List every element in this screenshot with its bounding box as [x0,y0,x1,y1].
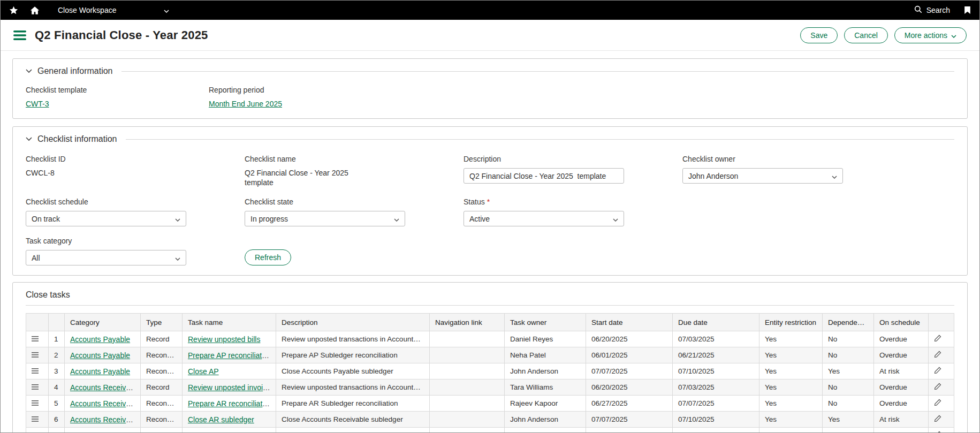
task-name-link[interactable]: Prepare AP reconciliation [188,351,272,360]
topbar-right: Search [914,5,971,15]
column-header-description: Description [276,314,430,331]
search-button[interactable]: Search [914,5,950,15]
task-category-label: Task category [26,237,186,245]
edit-icon[interactable] [934,335,941,342]
chevron-down-icon [175,215,180,223]
type-cell: Record [141,379,183,396]
description-input[interactable] [464,168,624,184]
category-link[interactable]: Accounts Payable [70,367,130,376]
checklist-state-label: Checklist state [245,197,405,206]
drag-handle-icon[interactable] [32,416,39,422]
checklist-state-value: In progress [250,215,288,223]
column-header-category: Category [65,314,141,331]
save-button[interactable]: Save [800,27,838,43]
edit-icon[interactable] [934,415,941,422]
type-cell: Reconcile [141,347,183,363]
column-header-on-schedule: On schedule [874,314,929,331]
checklist-id-label: Checklist ID [26,155,186,163]
more-actions-button[interactable]: More actions [894,27,967,43]
task-owner-cell: Tara Williams [505,379,586,396]
drag-handle-icon[interactable] [32,352,39,358]
checklist-name-value: Q2 Financial Close - Year 2025 template [245,168,373,187]
home-icon[interactable] [30,6,40,15]
start-date-cell: 06/01/2025 [586,347,673,363]
task-name-link[interactable]: Reconcile Bank Accounts [188,431,272,433]
chevron-down-icon [613,215,618,223]
table-row: 6 Accounts Receivable Reconcile Close AR… [26,412,954,428]
checklist-owner-select[interactable]: John Anderson [682,168,843,184]
cancel-button[interactable]: Cancel [844,27,888,43]
column-header-task-owner: Task owner [505,314,586,331]
description-cell: Prepare AR Subledger reconciliation [276,396,430,412]
page: Close Workspace Search Q2 Financial Clos… [0,0,980,433]
reporting-period-link[interactable]: Month End June 2025 [209,100,282,108]
checklist-schedule-select[interactable]: On track [26,211,186,226]
edit-icon[interactable] [934,367,941,374]
edit-icon[interactable] [934,431,941,433]
workspace-selector[interactable]: Close Workspace [58,6,169,14]
dependency-cell: Yes [823,363,874,379]
category-link[interactable]: Accounts Payable [70,351,130,360]
required-asterisk: * [487,197,490,206]
general-information-section: General information Checklist template C… [12,58,968,119]
header-actions: Save Cancel More actions [800,27,967,43]
on-schedule-cell: Overdue [874,396,929,412]
category-link[interactable]: Accounts Payable [70,335,130,344]
edit-icon[interactable] [934,399,941,406]
collapse-chevron-icon[interactable] [26,69,32,73]
checklist-template-link[interactable]: CWT-3 [26,100,49,108]
table-row: 3 Accounts Payable Reconcile Close AP Cl… [26,363,954,379]
checklist-owner-label: Checklist owner [682,155,843,163]
edit-icon[interactable] [934,383,941,390]
general-information-fields: Checklist template CWT-3 Reporting perio… [26,86,954,109]
category-link[interactable]: Accounts Receivable [70,399,140,408]
dependency-cell: No [823,396,874,412]
bookmark-icon[interactable] [964,6,971,14]
task-name-link[interactable]: Prepare AR reconciliation [188,399,272,408]
task-name-link[interactable]: Close AR subledger [188,415,254,424]
due-date-cell: 07/07/2025 [673,396,759,412]
description-cell: Review unposted transactions in Accounts… [276,331,430,347]
on-schedule-cell: Overdue [874,428,929,433]
drag-handle-icon[interactable] [32,336,39,341]
table-row: 7 Cash Management Reconcile Reconcile Ba… [26,428,954,433]
category-link[interactable]: Accounts Receivable [70,383,140,392]
topbar: Close Workspace Search [1,1,979,20]
close-tasks-header: Close tasks [26,290,954,306]
description-cell: Close Accounts Receivable subledger [276,412,430,428]
category-link[interactable]: Accounts Receivable [70,415,140,424]
entity-restriction-cell: Yes [759,331,823,347]
list-icon[interactable] [13,31,26,40]
dependency-cell: Yes [823,412,874,428]
field-status: Status* Active [464,197,624,226]
category-link[interactable]: Cash Management [70,431,133,433]
refresh-button[interactable]: Refresh [245,249,291,265]
favorites-star-icon[interactable] [9,6,18,15]
drag-handle-icon[interactable] [32,384,39,390]
drag-handle-icon[interactable] [32,400,39,406]
drag-handle-icon[interactable] [32,368,39,374]
task-name-link[interactable]: Review unposted bills [188,335,260,344]
due-date-cell: 07/05/2025 [673,428,759,433]
task-name-link[interactable]: Review unposted invoices [188,383,275,392]
task-category-select[interactable]: All [26,250,186,265]
edit-icon[interactable] [934,351,941,358]
collapse-chevron-icon[interactable] [26,137,32,141]
type-cell: Reconcile [141,363,183,379]
task-owner-cell: Neha Patel [505,347,586,363]
task-name-link[interactable]: Close AP [188,367,219,376]
checklist-schedule-value: On track [32,215,60,223]
entity-restriction-cell: Yes [759,379,823,396]
page-title: Q2 Financial Close - Year 2025 [35,28,208,42]
checklist-information-section: Checklist information Checklist ID CWCL-… [12,126,968,276]
checklist-information-grid: Checklist ID CWCL-8 Checklist name Q2 Fi… [26,155,954,265]
status-select[interactable]: Active [464,211,624,226]
checklist-state-select[interactable]: In progress [245,211,405,226]
navigation-link[interactable]: Reconciliation--Bank [435,431,504,433]
more-actions-label: More actions [905,31,947,40]
row-number: 2 [49,347,65,363]
field-reporting-period: Reporting period Month End June 2025 [209,86,282,109]
checklist-information-title: Checklist information [37,134,117,144]
task-owner-cell: Daniel Reyes [505,331,586,347]
on-schedule-cell: Overdue [874,331,929,347]
